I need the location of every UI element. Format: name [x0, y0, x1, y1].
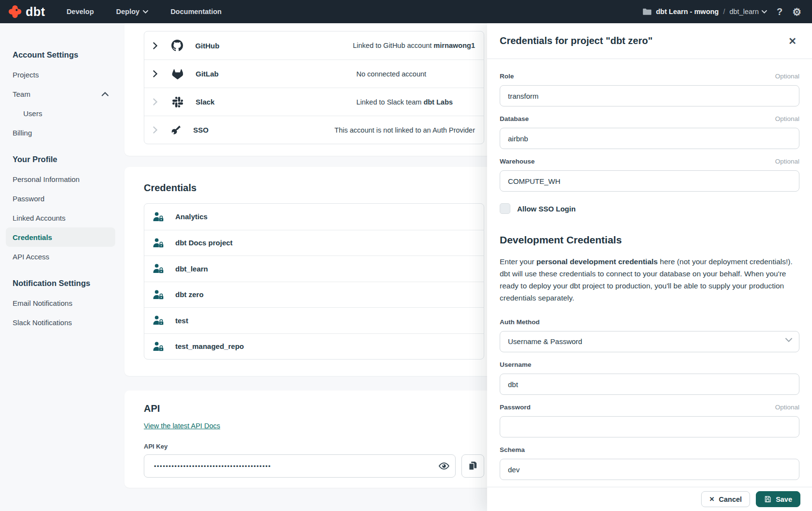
save-icon — [764, 496, 771, 503]
api-key-label: API Key — [144, 443, 484, 450]
nav-documentation[interactable]: Documentation — [170, 8, 222, 15]
integration-status: This account is not linked to an Auth Pr… — [335, 126, 475, 134]
api-key-input[interactable] — [144, 454, 456, 478]
integration-row-sso[interactable]: SSO This account is not linked to an Aut… — [144, 116, 484, 144]
api-docs-link[interactable]: View the latest API Docs — [144, 422, 220, 430]
credential-row-dbt-learn[interactable]: dbt_learn — [144, 256, 484, 282]
github-icon — [171, 40, 184, 51]
sidebar-section-notification-settings: Notification Settings — [0, 279, 121, 289]
integration-row-slack[interactable]: Slack Linked to Slack team dbt Labs — [144, 88, 484, 116]
credential-row-test[interactable]: test — [144, 307, 484, 333]
chevron-right-icon[interactable] — [153, 98, 161, 105]
sidebar-section-your-profile: Your Profile — [0, 155, 121, 165]
password-field: Password Optional — [500, 404, 799, 437]
role-label: Role — [500, 73, 514, 80]
copy-key-button[interactable] — [461, 454, 484, 478]
chevron-down-icon — [785, 338, 792, 342]
path-separator: / — [723, 8, 725, 15]
sidebar-item-email-notifications[interactable]: Email Notifications — [0, 293, 121, 313]
nav-develop[interactable]: Develop — [66, 8, 93, 15]
database-input[interactable] — [500, 128, 799, 149]
sidebar-item-billing[interactable]: Billing — [0, 123, 121, 142]
panel-title: Credentials for project "dbt zero" — [500, 35, 653, 46]
credential-row-dbt-docs-project[interactable]: dbt Docs project — [144, 230, 484, 256]
database-optional-tag: Optional — [775, 115, 799, 122]
reveal-key-button[interactable] — [438, 460, 450, 472]
credentials-card: Credentials Analytics dbt Docs project d… — [124, 167, 504, 376]
sidebar-item-users[interactable]: Users — [0, 104, 121, 123]
integrations-list: GitHub Linked to GitHub account mirnawon… — [144, 31, 484, 144]
credential-row-analytics[interactable]: Analytics — [144, 204, 484, 230]
integration-name: Slack — [196, 98, 356, 106]
password-input[interactable] — [500, 416, 799, 437]
credentials-panel: Credentials for project "dbt zero" ✕ Rol… — [487, 23, 812, 511]
chevron-right-icon[interactable] — [153, 126, 160, 134]
warehouse-label: Warehouse — [500, 158, 535, 165]
settings-sidebar: Account Settings Projects Team Users Bil… — [0, 23, 121, 511]
topbar: dbt Develop Deploy Documentation dbt Lea… — [0, 0, 812, 23]
credentials-list: Analytics dbt Docs project dbt_learn dbt… — [144, 203, 484, 360]
sidebar-item-team[interactable]: Team — [0, 84, 121, 104]
chevron-right-icon[interactable] — [153, 42, 161, 49]
sidebar-item-slack-notifications[interactable]: Slack Notifications — [0, 313, 121, 332]
schema-field: Schema — [500, 446, 799, 480]
auth-method-select[interactable]: Username & Password — [500, 331, 799, 352]
save-button[interactable]: Save — [756, 491, 800, 507]
username-field: Username — [500, 361, 799, 395]
integration-row-github[interactable]: GitHub Linked to GitHub account mirnawon… — [144, 31, 484, 60]
credential-row-test-managed-repo[interactable]: test_managed_repo — [144, 333, 484, 360]
chevron-down-icon — [762, 10, 767, 14]
gear-icon[interactable]: ⚙ — [792, 7, 801, 17]
close-icon[interactable]: ✕ — [785, 35, 799, 47]
sidebar-item-credentials[interactable]: Credentials — [6, 227, 115, 247]
allow-sso-checkbox[interactable] — [500, 203, 510, 214]
help-icon[interactable]: ? — [777, 7, 782, 16]
warehouse-input[interactable] — [500, 170, 799, 192]
sidebar-section-account-settings: Account Settings — [0, 50, 121, 61]
username-input[interactable] — [500, 374, 799, 395]
api-card: API View the latest API Docs API Key — [124, 391, 504, 488]
user-lock-icon — [151, 263, 166, 274]
credential-project-name: dbt_learn — [175, 265, 208, 273]
sidebar-item-api-access[interactable]: API Access — [0, 247, 121, 266]
user-lock-icon — [151, 341, 166, 352]
panel-footer: ✕ Cancel Save — [487, 487, 812, 511]
linked-accounts-card: GitHub Linked to GitHub account mirnawon… — [124, 23, 504, 156]
sidebar-item-personal-information[interactable]: Personal Information — [0, 169, 121, 189]
username-label: Username — [500, 361, 531, 368]
database-field: Database Optional — [500, 115, 799, 149]
panel-header: Credentials for project "dbt zero" ✕ — [487, 23, 812, 59]
project-switcher[interactable]: dbt Learn - mwong / dbt_learn — [643, 8, 767, 15]
top-nav: Develop Deploy Documentation — [66, 8, 221, 15]
role-input[interactable] — [500, 85, 799, 106]
project-name: dbt_learn — [729, 8, 758, 15]
integration-row-gitlab[interactable]: GitLab No connected account — [144, 60, 484, 88]
integration-status: Linked to Slack team dbt Labs — [356, 98, 453, 106]
user-lock-icon — [151, 289, 166, 301]
sidebar-item-linked-accounts[interactable]: Linked Accounts — [0, 208, 121, 227]
integration-name: GitLab — [196, 70, 356, 78]
dbt-logo[interactable]: dbt — [0, 4, 45, 19]
logo-text: dbt — [26, 6, 45, 18]
sidebar-item-password[interactable]: Password — [0, 189, 121, 208]
credentials-heading: Credentials — [124, 167, 504, 194]
credential-project-name: test_managed_repo — [175, 342, 244, 350]
database-label: Database — [500, 115, 529, 122]
nav-deploy[interactable]: Deploy — [116, 8, 148, 15]
cancel-button[interactable]: ✕ Cancel — [701, 491, 750, 507]
chevron-down-icon — [143, 10, 148, 14]
panel-body: Role Optional Database Optional Warehous… — [487, 59, 812, 487]
chevron-right-icon[interactable] — [153, 70, 161, 77]
integration-status: No connected account — [356, 70, 426, 78]
sidebar-item-projects[interactable]: Projects — [0, 65, 121, 84]
role-optional-tag: Optional — [775, 73, 799, 80]
eye-icon — [438, 460, 450, 472]
warehouse-field: Warehouse Optional — [500, 158, 799, 192]
credential-row-dbt-zero[interactable]: dbt zero — [144, 282, 484, 308]
schema-input[interactable] — [500, 459, 799, 480]
integration-status: Linked to GitHub account mirnawong1 — [353, 42, 475, 49]
cancel-x-icon: ✕ — [709, 496, 715, 503]
auth-method-field: Auth Method Username & Password — [500, 318, 799, 352]
user-lock-icon — [151, 211, 166, 223]
folder-icon — [643, 8, 652, 15]
